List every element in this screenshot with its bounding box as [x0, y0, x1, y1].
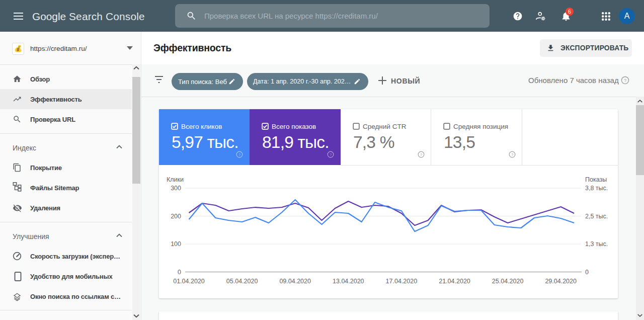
svg-text:2,5 тыс.: 2,5 тыс.: [585, 213, 608, 220]
svg-text:Показы: Показы: [585, 176, 607, 183]
svg-text:01.04.2020: 01.04.2020: [173, 278, 205, 285]
svg-text:?: ?: [330, 152, 332, 157]
svg-text:29.04.2020: 29.04.2020: [545, 278, 577, 285]
svg-text:09.04.2020: 09.04.2020: [279, 278, 311, 285]
svg-text:21.04.2020: 21.04.2020: [439, 278, 470, 285]
svg-text:?: ?: [624, 78, 626, 83]
svg-text:3,8 тыс.: 3,8 тыс.: [585, 185, 608, 192]
svg-text:?: ?: [420, 152, 422, 157]
svg-text:17.04.2020: 17.04.2020: [386, 278, 418, 285]
svg-text:100: 100: [171, 241, 181, 248]
svg-text:13.04.2020: 13.04.2020: [333, 278, 364, 285]
svg-text:200: 200: [171, 213, 181, 220]
svg-text:?: ?: [238, 152, 240, 157]
svg-text:05.04.2020: 05.04.2020: [226, 278, 258, 285]
svg-text:25.04.2020: 25.04.2020: [492, 278, 524, 285]
svg-text:?: ?: [511, 152, 513, 157]
svg-text:Клики: Клики: [167, 176, 184, 183]
svg-text:0: 0: [585, 269, 589, 276]
svg-text:1,3 тыс.: 1,3 тыс.: [585, 241, 608, 248]
svg-text:300: 300: [171, 185, 181, 192]
svg-text:0: 0: [178, 269, 181, 276]
